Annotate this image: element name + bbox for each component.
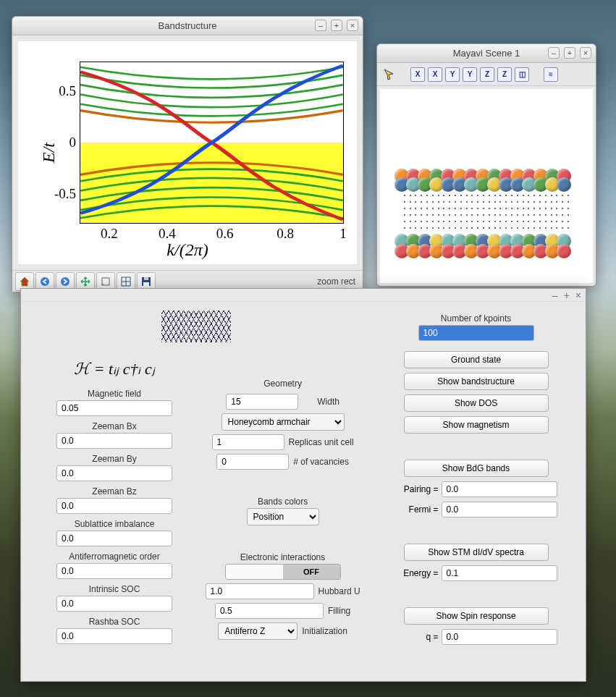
lattice-select[interactable]: Honeycomb armchair	[221, 413, 345, 431]
interactions-toggle[interactable]: OFF	[225, 564, 341, 580]
view-x-pos-button[interactable]: X	[410, 67, 425, 82]
bandstructure-plot[interactable]: E/t k/(2π)	[18, 41, 357, 264]
column-geometry: Geometry Width Honeycomb armchair Replic…	[203, 308, 362, 669]
ground-state-button[interactable]: Ground state	[404, 351, 549, 368]
xtick: 0.6	[216, 223, 234, 242]
view-y-neg-button[interactable]: Y	[463, 67, 477, 82]
geometry-label: Geometry	[263, 379, 302, 389]
rashba-soc-input[interactable]	[56, 628, 172, 644]
bandstructure-window: Bandstructure – + × E/t k/(2π)	[12, 16, 363, 292]
show-bdg-bands-button[interactable]: Show BdG bands	[404, 460, 549, 477]
view-z-pos-button[interactable]: Z	[480, 67, 494, 82]
sublattice-imbalance-label: Sublattice imbalance	[75, 519, 155, 529]
magnetic-field-label: Magnetic field	[88, 389, 141, 399]
view-x-neg-button[interactable]: X	[428, 67, 442, 82]
q-label: q =	[395, 632, 439, 642]
close-icon[interactable]: ×	[580, 47, 591, 59]
xtick: 0.2	[101, 223, 118, 242]
svg-point-1	[61, 277, 69, 286]
hubbard-u-input[interactable]	[206, 583, 314, 599]
mayavi-titlebar[interactable]: Mayavi Scene 1 – + ×	[377, 44, 596, 63]
x-axis-label: k/(2π)	[166, 240, 208, 260]
mayavi-scene[interactable]	[380, 89, 593, 283]
width-input[interactable]	[226, 394, 298, 410]
hubbard-u-label: Hubbard U	[318, 586, 360, 596]
energy-label: Energy =	[395, 568, 439, 578]
zeeman-by-label: Zeeman By	[92, 454, 136, 464]
replicas-label: Replicas unit cell	[289, 437, 354, 447]
pairing-label: Pairing =	[395, 484, 439, 494]
kpoints-input[interactable]	[418, 325, 534, 341]
control-panel: – + × ℋ = tᵢⱼ c†ᵢ cⱼ Magnetic field Zeem…	[20, 288, 586, 682]
column-actions: Number of kpoints Ground state Show band…	[375, 308, 577, 669]
view-z-neg-button[interactable]: Z	[497, 67, 512, 82]
mayavi-toolbar: X X Y Y Z Z ◫ ≡	[377, 63, 596, 86]
close-icon[interactable]: ×	[347, 20, 358, 31]
column-hamiltonian: ℋ = tᵢⱼ c†ᵢ cⱼ Magnetic field Zeeman Bx …	[38, 308, 190, 669]
view-y-pos-button[interactable]: Y	[445, 67, 460, 82]
interactions-label: Electronic interactions	[240, 552, 325, 562]
initialization-label: Initialization	[302, 626, 347, 636]
magnetic-field-input[interactable]	[56, 400, 172, 416]
show-magnetism-button[interactable]: Show magnetism	[404, 416, 549, 434]
zeeman-bz-input[interactable]	[56, 498, 172, 514]
q-input[interactable]	[442, 629, 557, 645]
filling-label: Filling	[328, 606, 350, 616]
replicas-input[interactable]	[212, 434, 284, 450]
atom-layer	[395, 244, 578, 258]
minimize-icon[interactable]: –	[552, 290, 558, 301]
svg-point-0	[41, 277, 49, 286]
band-curves	[80, 62, 343, 223]
kpoints-label: Number of kpoints	[441, 313, 511, 324]
bands-colors-select[interactable]: Position	[247, 508, 319, 525]
mayavi-window: Mayavi Scene 1 – + × X X Y Y Z Z ◫ ≡	[376, 43, 596, 287]
ytick: 0.5	[59, 83, 80, 99]
vacancies-label: # of vacancies	[293, 457, 349, 467]
isometric-icon[interactable]: ◫	[515, 67, 529, 82]
show-spin-response-button[interactable]: Show Spin response	[404, 607, 549, 625]
zeeman-bx-label: Zeeman Bx	[92, 421, 136, 431]
ytick: -0.5	[54, 186, 80, 202]
zeeman-bx-input[interactable]	[56, 433, 172, 449]
settings-icon[interactable]: ≡	[544, 67, 558, 82]
pairing-input[interactable]	[442, 481, 557, 497]
energy-input[interactable]	[442, 565, 557, 581]
zeeman-by-input[interactable]	[56, 465, 172, 481]
intrinsic-soc-label: Intrinsic SOC	[89, 584, 140, 594]
initialization-select[interactable]: Antiferro Z	[218, 622, 298, 640]
panel-titlebar: – + ×	[21, 289, 586, 302]
show-dos-button[interactable]: Show DOS	[404, 394, 549, 412]
minimize-icon[interactable]: –	[315, 20, 326, 31]
show-bandstructure-button[interactable]: Show bandstructure	[404, 373, 549, 390]
toggle-off-label: OFF	[283, 565, 340, 579]
maximize-icon[interactable]: +	[331, 20, 342, 31]
vacancies-input[interactable]	[216, 454, 289, 470]
xtick: 0.4	[159, 223, 176, 242]
mayavi-title: Mayavi Scene 1	[453, 48, 520, 59]
hamiltonian-equation: ℋ = tᵢⱼ c†ᵢ cⱼ	[74, 360, 155, 379]
maximize-icon[interactable]: +	[564, 47, 575, 59]
xtick: 0.8	[277, 223, 294, 242]
ytick: 0	[69, 135, 81, 151]
maximize-icon[interactable]: +	[564, 290, 570, 301]
fermi-input[interactable]	[442, 502, 557, 518]
zeeman-bz-label: Zeeman Bz	[92, 486, 136, 497]
af-order-input[interactable]	[56, 563, 172, 579]
y-axis-label: E/t	[39, 143, 59, 163]
xtick: 1	[339, 223, 347, 242]
atom-layer	[395, 177, 578, 192]
bands-colors-label: Bands colors	[258, 497, 308, 507]
intrinsic-soc-input[interactable]	[56, 596, 172, 612]
plot-axes: 0.5 0 -0.5 0.2 0.4 0.6 0.8 1	[80, 62, 344, 224]
sublattice-imbalance-input[interactable]	[56, 531, 172, 546]
close-icon[interactable]: ×	[575, 290, 581, 301]
filling-input[interactable]	[215, 603, 324, 619]
show-stm-button[interactable]: Show STM dI/dV spectra	[404, 544, 549, 561]
bandstructure-title: Bandstructure	[159, 20, 217, 31]
rashba-soc-label: Rashba SOC	[89, 617, 140, 627]
fermi-label: Fermi =	[395, 504, 439, 515]
minimize-icon[interactable]: –	[548, 47, 560, 59]
bandstructure-titlebar[interactable]: Bandstructure – + ×	[12, 17, 363, 35]
cursor-icon[interactable]	[383, 68, 396, 81]
svg-rect-7	[143, 282, 149, 286]
